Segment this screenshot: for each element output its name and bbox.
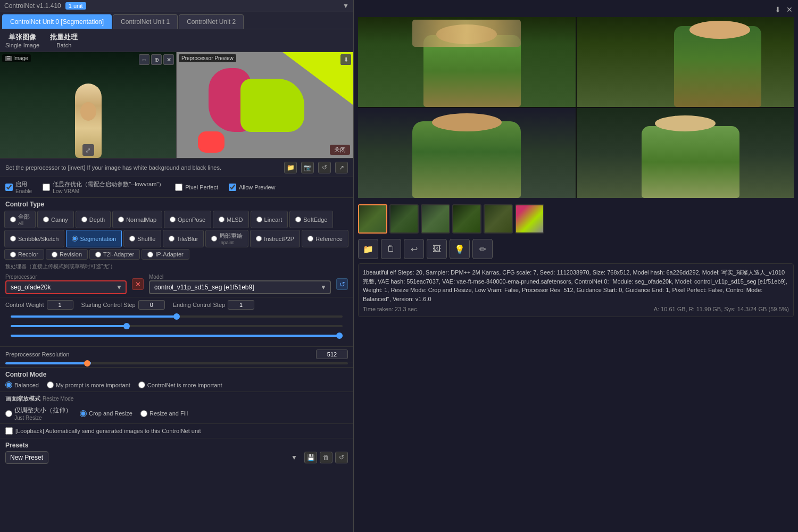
preset-delete-btn[interactable]: 🗑: [320, 452, 332, 463]
tool-share-btn[interactable]: ↩: [404, 239, 424, 259]
ctrl-depth[interactable]: Depth: [76, 211, 111, 228]
weight-inputs: Control Weight 1 Starting Control Step 0…: [5, 300, 348, 310]
end-step-thumb[interactable]: [336, 332, 343, 339]
batch-mode[interactable]: 批量处理 Batch: [50, 32, 78, 48]
ctrl-segmentation[interactable]: Segmentation: [66, 230, 122, 247]
start-step-input[interactable]: 0: [138, 300, 165, 310]
image-ctrl-close[interactable]: ✕: [163, 54, 174, 65]
expand-btn[interactable]: ⤢: [82, 144, 94, 156]
elf-figure-br: [577, 108, 794, 198]
output-info-text: 1beautiful elf Steps: 20, Sampler: DPM++…: [363, 268, 789, 303]
ctrl-reference-label: Reference: [315, 236, 343, 242]
image-controls: ↔ ⊕ ✕: [139, 54, 174, 65]
download-output-btn[interactable]: ⬇: [774, 4, 782, 15]
low-vram-checkbox-label[interactable]: 低显存优化（需配合启动参数"--lowvram"） Low VRAM: [43, 180, 164, 194]
tab-unit0[interactable]: ControlNet Unit 0 [Segmentation]: [2, 14, 112, 29]
end-step-input[interactable]: 1: [228, 300, 254, 310]
allow-preview-checkbox[interactable]: [229, 184, 236, 191]
ctrl-all[interactable]: 全部 All: [4, 211, 36, 228]
preprocessor-preview-panel[interactable]: Preprocessor Preview ⬇ 关闭: [177, 52, 353, 158]
output-cell-bl[interactable]: [358, 108, 576, 198]
resize-section: 画面缩放模式 Resize Mode 仅调整大小（拉伸） Just Resize…: [0, 392, 353, 424]
tool-edit-btn[interactable]: ✏: [472, 239, 493, 259]
output-cell-tl[interactable]: [358, 17, 576, 107]
resize-fill[interactable]: Resize and Fill: [140, 406, 188, 421]
control-weight-input[interactable]: 1: [47, 300, 73, 310]
resize-crop[interactable]: Crop and Resize: [80, 406, 132, 421]
ctrl-ip[interactable]: IP-Adapter: [142, 249, 189, 260]
ctrl-reference[interactable]: Reference: [302, 230, 348, 247]
pixel-perfect-label[interactable]: Pixel Perfect: [175, 184, 218, 191]
res-input[interactable]: 512: [316, 350, 348, 359]
ctrl-softedge[interactable]: SoftEdge: [289, 211, 333, 228]
thumb-2[interactable]: [389, 204, 419, 234]
thumb-5[interactable]: [484, 204, 513, 234]
allow-preview-label[interactable]: Allow Preview: [229, 184, 275, 191]
start-step-slider[interactable]: [11, 322, 343, 330]
image-ctrl-zoom[interactable]: ⊕: [151, 54, 162, 65]
ctrl-instructp2p-label: InstructP2P: [264, 236, 294, 242]
thumb-4[interactable]: [452, 204, 481, 234]
resize-just[interactable]: 仅调整大小（拉伸） Just Resize: [5, 406, 72, 421]
loopback-checkbox-label[interactable]: [Loopback] Automatically send generated …: [5, 427, 348, 435]
refresh-icon-btn[interactable]: ↺: [318, 162, 331, 173]
close-window-btn[interactable]: ✕: [785, 4, 794, 15]
mode-balanced[interactable]: Balanced: [5, 381, 39, 388]
tab-unit1[interactable]: ControlNet Unit 1: [113, 14, 178, 29]
end-step-slider[interactable]: [11, 331, 343, 340]
ctrl-recolor[interactable]: Recolor: [4, 249, 44, 260]
ctrl-canny[interactable]: Canny: [37, 211, 74, 228]
enable-checkbox[interactable]: [5, 184, 13, 191]
tool-bulb-btn[interactable]: 💡: [450, 239, 470, 259]
ctrl-t2i[interactable]: T2I-Adapter: [89, 249, 140, 260]
output-cell-br[interactable]: [577, 108, 794, 198]
ctrl-revision[interactable]: Revision: [46, 249, 88, 260]
collapse-arrow[interactable]: ▼: [343, 2, 349, 10]
preset-select[interactable]: New Preset: [5, 451, 48, 464]
enable-checkbox-label[interactable]: 启用 Enable: [5, 180, 32, 194]
thumb-3[interactable]: [421, 204, 450, 234]
loopback-checkbox[interactable]: [5, 427, 13, 435]
tool-copy-btn[interactable]: 🗒: [381, 239, 401, 259]
output-cell-tr[interactable]: [577, 17, 794, 107]
ctrl-tile[interactable]: Tile/Blur: [163, 230, 204, 247]
control-weight-item: Control Weight 1: [5, 300, 73, 310]
tab-unit2[interactable]: ControlNet Unit 2: [179, 14, 244, 29]
low-vram-checkbox[interactable]: [43, 184, 50, 191]
model-reload-btn[interactable]: ↺: [336, 278, 348, 290]
ctrl-scribble[interactable]: Scribble/Sketch: [4, 230, 64, 247]
tool-folder-btn[interactable]: 📁: [358, 239, 378, 259]
ctrl-instructp2p[interactable]: InstructP2P: [250, 230, 300, 247]
preprocessor-clear-btn[interactable]: ✕: [132, 278, 144, 290]
mode-my-prompt[interactable]: My prompt is more important: [47, 381, 130, 388]
close-preview-btn[interactable]: 关闭: [330, 145, 350, 155]
ctrl-inpaint[interactable]: 局部重绘 Inpaint: [205, 230, 248, 247]
preset-save-btn[interactable]: 💾: [304, 452, 317, 463]
single-image-mode[interactable]: 单张图像 Single Image: [5, 32, 39, 48]
info-icons: 📁 📷 ↺ ↗: [284, 162, 348, 173]
ctrl-shuffle[interactable]: Shuffle: [123, 230, 161, 247]
thumb-seg[interactable]: [515, 204, 544, 234]
send-icon-btn[interactable]: ↗: [335, 162, 348, 173]
res-slider-thumb[interactable]: [84, 360, 90, 367]
download-preview-btn[interactable]: ⬇: [340, 54, 351, 65]
input-image-panel[interactable]: ☰ Image ↔ ⊕ ✕ ⤢: [0, 52, 177, 158]
ctrl-mlsd[interactable]: MLSD: [213, 211, 249, 228]
ctrl-normalmap[interactable]: NormalMap: [112, 211, 162, 228]
model-select[interactable]: control_v11p_sd15_seg [e1f51eb9]: [149, 280, 331, 294]
mode-controlnet[interactable]: ControlNet is more important: [138, 381, 222, 388]
tool-image-btn[interactable]: 🖼: [427, 239, 447, 259]
thumb-2-img: [390, 205, 418, 232]
camera-icon-btn[interactable]: 📷: [301, 162, 314, 173]
image-ctrl-move[interactable]: ↔: [139, 54, 149, 65]
start-step-thumb[interactable]: [123, 323, 130, 329]
ctrl-openpose[interactable]: OpenPose: [164, 211, 211, 228]
preset-reload-btn[interactable]: ↺: [335, 452, 348, 463]
control-weight-thumb[interactable]: [173, 313, 180, 320]
ctrl-lineart[interactable]: Lineart: [251, 211, 288, 228]
pixel-perfect-checkbox[interactable]: [175, 184, 182, 191]
preprocessor-select[interactable]: seg_ofade20k: [5, 280, 127, 294]
upload-icon-btn[interactable]: 📁: [284, 162, 297, 173]
thumb-1[interactable]: [358, 204, 387, 234]
control-weight-slider[interactable]: [11, 312, 343, 321]
